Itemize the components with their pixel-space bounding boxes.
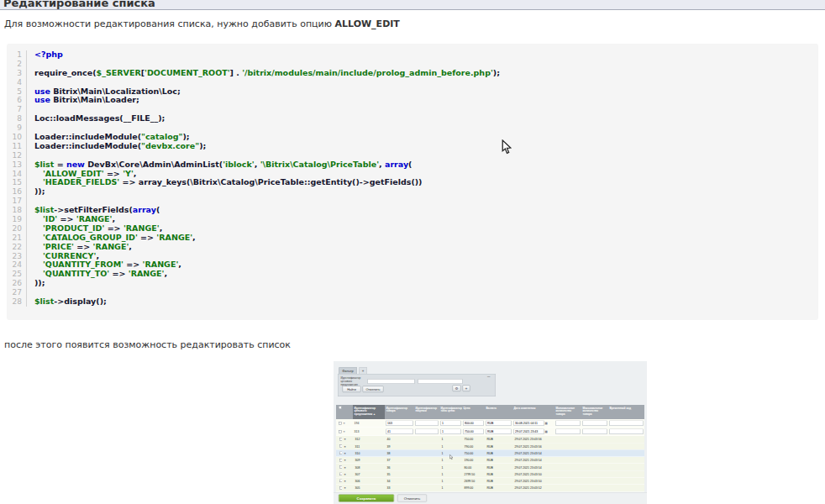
cell-date: 29.07.2021 23:43:56 bbox=[512, 438, 554, 441]
code-token: array bbox=[385, 160, 408, 169]
table-row[interactable]: ≡309371190.00RUB29.07.2021 23:43:54 bbox=[336, 457, 644, 464]
max-input[interactable] bbox=[583, 429, 607, 435]
price-input[interactable] bbox=[464, 429, 484, 435]
currency-input[interactable] bbox=[486, 429, 512, 435]
filter-id-from-input[interactable] bbox=[368, 379, 415, 384]
currency-input[interactable] bbox=[486, 421, 512, 427]
code-token: 'RANGE' bbox=[123, 223, 160, 233]
code-text: use Bitrix\Main\Loader; bbox=[27, 96, 139, 105]
row-checkbox[interactable] bbox=[339, 430, 342, 433]
max-input[interactable] bbox=[583, 421, 607, 427]
code-token: 'PRICE' bbox=[43, 242, 74, 251]
filter-find-button[interactable]: Найти bbox=[343, 386, 361, 393]
code-token: , bbox=[178, 260, 181, 269]
product-input[interactable] bbox=[386, 429, 413, 435]
type-input[interactable] bbox=[441, 429, 461, 435]
column-header-product[interactable]: Идентификатор товара bbox=[385, 405, 414, 419]
code-token: ->setFilterFields( bbox=[54, 205, 132, 214]
table-row[interactable]: ≡30836180.00RUB29.07.2021 23:43:54 bbox=[336, 464, 644, 470]
price-input[interactable] bbox=[464, 421, 484, 427]
code-token: )); bbox=[34, 186, 45, 196]
cell-type: 1 bbox=[439, 438, 462, 441]
code-token: , bbox=[129, 242, 132, 251]
cell-tmp bbox=[608, 429, 644, 435]
row-menu-icon[interactable]: ≡ bbox=[342, 422, 353, 425]
column-header-price[interactable]: Цена bbox=[462, 405, 485, 419]
line-number: 21 bbox=[7, 234, 27, 243]
row-menu-icon[interactable]: ≡ bbox=[342, 430, 353, 433]
column-header-tmp[interactable]: Временный код bbox=[608, 405, 644, 419]
code-token bbox=[34, 177, 43, 186]
table-row[interactable]: ≡305331899.00RUB29.07.2021 23:43:52 bbox=[336, 485, 644, 491]
table-row[interactable]: ≡3063412699.50RUB29.07.2021 23:43:50 bbox=[336, 478, 644, 485]
table-row[interactable]: ≡312401750.00RUB29.07.2021 23:43:56 bbox=[336, 436, 644, 443]
code-token: 'QUANTITY_FROM' bbox=[43, 260, 123, 269]
tmp-input[interactable] bbox=[610, 421, 644, 427]
table-row[interactable]: ≡310381750.00RUB29.07.2021 23:43:54 bbox=[336, 450, 644, 457]
type-input[interactable] bbox=[441, 421, 461, 427]
row-menu-icon[interactable]: ≡ bbox=[342, 486, 353, 490]
filter-add-button[interactable]: + bbox=[463, 386, 470, 392]
filter-tab[interactable]: Фильтр bbox=[339, 367, 357, 374]
filter-minimize-icon[interactable]: – bbox=[487, 373, 490, 379]
column-header-currency[interactable]: Валюта bbox=[485, 405, 512, 419]
row-checkbox[interactable] bbox=[339, 422, 342, 425]
cell-date: 29.07.2021 23:43:54 bbox=[512, 459, 554, 462]
calendar-icon[interactable]: ▦ bbox=[545, 422, 549, 426]
row-menu-icon[interactable]: ≡ bbox=[342, 465, 353, 469]
code-text: 'QUANTITY_TO' => 'RANGE', bbox=[27, 270, 167, 279]
date-input[interactable] bbox=[514, 421, 544, 427]
row-menu-icon[interactable]: ≡ bbox=[342, 444, 353, 448]
line-number: 13 bbox=[7, 160, 27, 170]
cell-currency: RUB bbox=[485, 438, 512, 441]
column-header-type[interactable]: Идентификатор типа цены bbox=[439, 405, 462, 419]
line-number: 24 bbox=[7, 260, 27, 270]
save-button[interactable]: Сохранить bbox=[339, 495, 394, 502]
code-line: 15 'HEADER_FIELDS' => array_keys(\Bitrix… bbox=[7, 178, 818, 187]
cell-product: 39 bbox=[385, 444, 414, 448]
row-menu-icon[interactable]: ≡ bbox=[342, 473, 353, 476]
tmp-input[interactable] bbox=[610, 429, 644, 435]
filter-cancel-button[interactable]: Отменить bbox=[363, 386, 384, 393]
column-header-max[interactable]: Максимальное количество товара bbox=[581, 405, 608, 419]
column-header-extra[interactable]: Идентификатор наценки bbox=[414, 405, 439, 419]
row-menu-icon[interactable]: ≡ bbox=[342, 438, 353, 441]
select-all-checkbox[interactable] bbox=[339, 407, 342, 410]
min-input[interactable] bbox=[556, 421, 581, 427]
extra-input[interactable] bbox=[416, 429, 439, 435]
filter-id-to-input[interactable] bbox=[418, 379, 463, 384]
checkbox-cell bbox=[336, 472, 342, 475]
add-filter-tab[interactable]: + bbox=[359, 367, 367, 374]
row-menu-icon[interactable]: ≡ bbox=[342, 480, 353, 483]
column-header-min[interactable]: Минимальное количество товара bbox=[554, 405, 581, 419]
row-menu-icon[interactable]: ≡ bbox=[342, 459, 353, 462]
table-row[interactable]: ≡311391790.00RUB29.07.2021 23:43:56 bbox=[336, 443, 644, 449]
code-text bbox=[27, 197, 34, 206]
cell-product bbox=[385, 429, 414, 435]
column-header-id[interactable]: Идентификатор ценового предложения ▲ bbox=[353, 405, 385, 419]
cell-date: 29.07.2021 23:43:50 bbox=[512, 480, 554, 483]
date-input[interactable] bbox=[514, 429, 544, 435]
code-text: Loader::includeModule("devbx.core"); bbox=[27, 142, 206, 151]
plus-icon: + bbox=[465, 386, 468, 391]
line-number: 22 bbox=[7, 243, 27, 252]
code-text: 'HEADER_FIELDS' => array_keys(\Bitrix\Ca… bbox=[27, 178, 422, 187]
column-header-date[interactable]: Дата изменения bbox=[512, 405, 554, 419]
table-row[interactable]: ≡3073512799.50RUB29.07.2021 23:43:50 bbox=[336, 470, 644, 477]
row-menu-icon[interactable]: ≡ bbox=[342, 452, 353, 455]
code-token: ); bbox=[493, 68, 500, 77]
extra-input[interactable] bbox=[416, 421, 439, 427]
code-token bbox=[34, 214, 43, 223]
cell-id: 306 bbox=[353, 480, 385, 483]
product-input[interactable] bbox=[386, 421, 413, 427]
cell-id: 308 bbox=[353, 465, 385, 469]
line-number: 1 bbox=[7, 50, 27, 60]
code-token: , bbox=[134, 169, 137, 178]
min-input[interactable] bbox=[556, 429, 581, 435]
cell-price bbox=[462, 421, 485, 427]
cancel-button[interactable]: Отменить bbox=[397, 495, 427, 502]
calendar-icon[interactable]: ▦ bbox=[545, 430, 549, 434]
filter-settings-button[interactable]: ⚙ bbox=[453, 386, 461, 392]
cell-product: 36 bbox=[385, 465, 414, 469]
cell-currency: RUB bbox=[485, 465, 512, 469]
